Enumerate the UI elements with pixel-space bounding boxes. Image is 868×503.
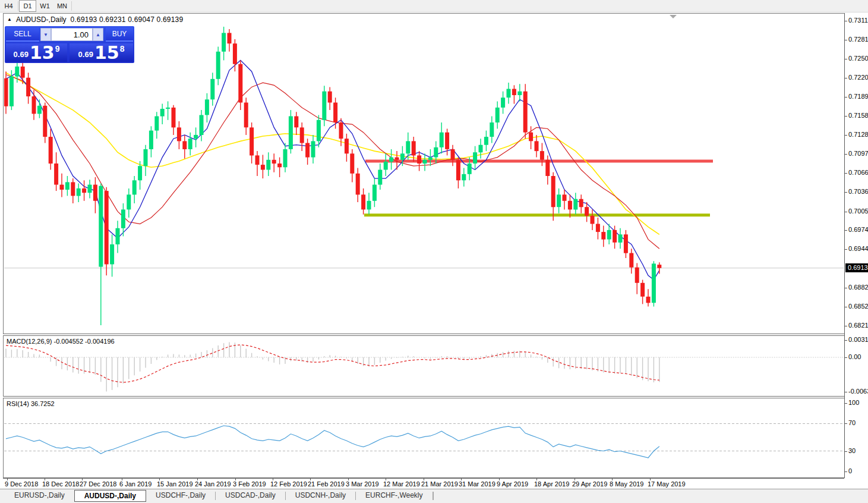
axis-tick <box>845 392 847 392</box>
buy-price-pip: 8 <box>120 44 125 54</box>
price-axis-label: 0.68825 <box>848 284 868 291</box>
date-axis[interactable]: 9 Dec 201818 Dec 201827 Dec 20186 Jan 20… <box>3 478 844 489</box>
macd-axis-label: 0.00 <box>848 353 861 360</box>
sell-price-display[interactable]: 0.69 13 9 <box>6 43 67 62</box>
macd-signal-line <box>6 345 659 382</box>
axis-tick <box>845 135 847 136</box>
price-axis-label: 0.70970 <box>848 150 868 157</box>
buy-button[interactable]: BUY <box>106 27 133 42</box>
price-axis-label: 0.73115 <box>848 17 868 24</box>
volume-increase-icon[interactable]: ▲ <box>93 28 103 41</box>
date-label: 21 Feb 2019 <box>308 480 345 488</box>
chart-shift-marker-icon[interactable] <box>670 15 677 18</box>
timeframe-button-mn[interactable]: MN <box>53 0 71 12</box>
axis-tick <box>845 78 847 78</box>
sell-price-prefix: 0.69 <box>14 50 29 59</box>
price-axis-label: 0.72810 <box>848 36 868 43</box>
axis-tick <box>845 451 847 452</box>
tab-usdchf[interactable]: USDCHF-,Daily <box>146 490 215 502</box>
rsi-axis-label: 70 <box>848 419 856 426</box>
volume-input[interactable] <box>51 28 93 41</box>
axis-tick <box>845 230 847 231</box>
date-label: 18 Apr 2019 <box>534 480 569 488</box>
macd-axis-label: 0.003164 <box>848 336 868 343</box>
buy-price-main: 15 <box>94 45 119 61</box>
price-axis-label: 0.69440 <box>848 245 868 252</box>
date-label: 18 Dec 2018 <box>42 480 79 488</box>
trade-panel-controls: SELL ▼ ▲ BUY <box>5 27 134 42</box>
price-axis[interactable]: 0.731150.728100.725050.722000.718900.715… <box>844 13 868 478</box>
chart-ohlc-values: 0.69193 0.69231 0.69047 0.69139 <box>71 15 184 24</box>
price-axis-label: 0.72200 <box>848 74 868 81</box>
axis-tick <box>845 40 847 40</box>
rsi-indicator-chart[interactable] <box>4 399 844 477</box>
price-axis-label: 0.71585 <box>848 112 868 119</box>
tab-audusd[interactable]: AUDUSD-,Daily <box>74 490 146 502</box>
date-label: 6 Jan 2019 <box>119 480 151 488</box>
date-label: 8 May 2019 <box>610 480 643 488</box>
buy-price-prefix: 0.69 <box>78 50 93 59</box>
tab-usdcad[interactable]: USDCAD-,Daily <box>216 490 285 502</box>
timeframe-button-h4[interactable]: H4 <box>0 0 17 12</box>
axis-tick <box>845 97 847 98</box>
sell-price-pip: 9 <box>55 44 60 54</box>
macd-axis-label: -0.006317 <box>848 388 868 395</box>
chart-symbol-period: AUDUSD-,Daily <box>16 15 67 24</box>
date-label: 29 Apr 2019 <box>572 480 607 488</box>
rsi-label: RSI(14) 36.7252 <box>7 400 55 407</box>
axis-tick <box>845 173 847 174</box>
tab-eurchf[interactable]: EURCHF-,Weekly <box>356 490 432 502</box>
date-label: 9 Dec 2018 <box>5 480 38 488</box>
axis-tick <box>845 423 847 424</box>
axis-tick <box>845 340 847 341</box>
main-price-chart[interactable] <box>4 24 844 335</box>
rsi-axis-label: 100 <box>848 399 859 406</box>
symbol-tab-bar: EURUSD-,DailyAUDUSD-,DailyUSDCHF-,DailyU… <box>0 489 868 503</box>
axis-tick <box>845 249 847 250</box>
chart-title: ▲ AUDUSD-,Daily 0.69193 0.69231 0.69047 … <box>7 15 183 24</box>
price-axis-label: 0.70360 <box>848 188 868 195</box>
one-click-trade-panel: SELL ▼ ▲ BUY 0.69 13 9 0.69 15 8 <box>5 26 134 63</box>
price-axis-label: 0.70665 <box>848 169 868 176</box>
rsi-splitter[interactable] <box>3 396 868 398</box>
ma-fast-blue <box>6 60 659 279</box>
price-axis-label: 0.69745 <box>848 226 868 233</box>
axis-tick <box>845 403 847 404</box>
volume-decrease-icon[interactable]: ▼ <box>40 28 51 41</box>
price-axis-label: 0.72505 <box>848 55 868 62</box>
axis-tick <box>845 116 847 117</box>
date-label: 24 Jan 2019 <box>195 480 231 488</box>
price-axis-label: 0.68520 <box>848 303 868 310</box>
timeframe-button-w1[interactable]: W1 <box>36 0 53 12</box>
collapse-panel-icon[interactable]: ▲ <box>7 17 12 22</box>
axis-tick <box>845 212 847 212</box>
macd-splitter[interactable] <box>3 334 868 336</box>
date-label: 17 May 2019 <box>648 480 686 488</box>
price-axis-label: 0.71280 <box>848 131 868 138</box>
tab-usdcnh[interactable]: USDCNH-,Daily <box>286 490 355 502</box>
rsi-axis-label: 30 <box>848 447 856 454</box>
ma-slow-yellow <box>6 73 659 234</box>
date-label: 3 Mar 2019 <box>346 480 379 488</box>
tab-eurusd[interactable]: EURUSD-,Daily <box>5 490 74 502</box>
tab-separator <box>433 492 434 500</box>
axis-tick <box>845 357 847 358</box>
axis-tick <box>845 59 847 59</box>
timeframe-button-d1[interactable]: D1 <box>19 0 36 12</box>
macd-label: MACD(12,26,9) -0.004552 -0.004196 <box>7 338 115 345</box>
sell-price-main: 13 <box>30 45 55 61</box>
axis-tick <box>845 288 847 288</box>
rsi-axis-label: 0 <box>848 467 852 474</box>
timeframe-toolbar: H4D1W1MN <box>0 0 868 12</box>
axis-tick <box>845 154 847 155</box>
date-label: 9 Apr 2019 <box>497 480 528 488</box>
axis-tick <box>845 326 847 326</box>
date-label: 3 Feb 2019 <box>233 480 266 488</box>
buy-price-display[interactable]: 0.69 15 8 <box>70 43 133 62</box>
rsi-line <box>6 426 659 458</box>
sell-button[interactable]: SELL <box>6 27 39 42</box>
axis-tick <box>845 471 847 472</box>
current-price-box: 0.69139 <box>845 263 868 272</box>
macd-indicator-chart[interactable] <box>4 337 844 396</box>
toolbar-separator <box>71 1 72 11</box>
